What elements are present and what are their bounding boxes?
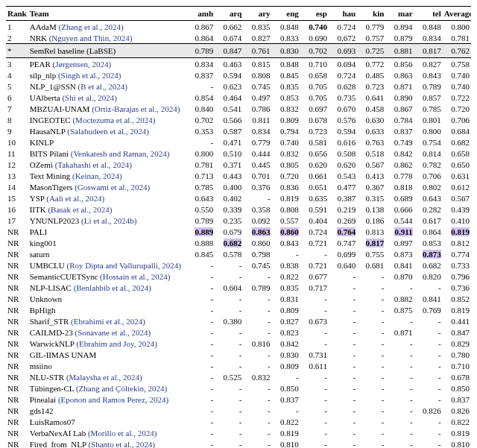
cell-value: 0.682 — [443, 136, 471, 148]
citation-link[interactable]: (Venkatesh and Raman, 2024) — [71, 149, 170, 158]
cell-value: 0.871 — [385, 326, 414, 338]
cell-value: - — [329, 304, 357, 315]
cell-value: - — [243, 271, 271, 282]
citation-link[interactable]: (Aali et al., 2024) — [46, 194, 104, 203]
cell-team: SemanticCUETSync (Hossain et al., 2024) — [28, 271, 186, 282]
citation-link[interactable]: (Singh et al., 2024) — [58, 71, 121, 80]
cell-value: 0.662 — [215, 21, 243, 33]
cell-team: PALI — [28, 226, 186, 237]
cell-value: 0.763 — [357, 136, 385, 148]
cell-value: - — [186, 136, 215, 148]
cell-value: 0.848 — [272, 21, 300, 33]
cell-rank: NR — [6, 427, 28, 438]
cell-value: 0.186 — [357, 215, 385, 226]
cell-value: 0.444 — [243, 148, 271, 159]
table-row: NRPinealai (Eponon and Ramos Perez, 2024… — [6, 394, 471, 405]
cell-value: 0.894 — [385, 21, 414, 33]
citation-link[interactable]: (Morillo et al., 2024) — [88, 429, 157, 438]
cell-value: - — [385, 282, 414, 293]
cell-value: 0.852 — [443, 293, 471, 304]
citation-link[interactable]: (Basak et al., 2024) — [48, 205, 112, 214]
cell-team: Sharif_STR (Ebrahimi et al., 2024) — [28, 315, 186, 326]
cell-value: 0.658 — [300, 69, 329, 81]
citation-link[interactable]: (Goswami et al., 2024) — [75, 183, 150, 192]
cell-value: 0.723 — [300, 125, 329, 136]
cell-value: 0.628 — [329, 81, 357, 92]
citation-link[interactable]: (Malaysha et al., 2024) — [66, 373, 142, 382]
cell-value: 0.831 — [272, 293, 300, 304]
cell-value: 0.814 — [414, 148, 443, 159]
col-arq: arq — [215, 7, 243, 21]
cell-value: 0.789 — [186, 44, 215, 58]
cell-value: - — [357, 315, 385, 326]
citation-link[interactable]: (Shanto et al., 2024) — [88, 440, 155, 449]
citation-link[interactable]: (Shi et al., 2024) — [62, 93, 117, 102]
col-amh: amh — [186, 7, 215, 21]
citation-link[interactable]: (Zhang and Çöltekin, 2024) — [76, 384, 167, 393]
cell-value: - — [357, 304, 385, 315]
cell-value: 0.888 — [186, 237, 215, 248]
cell-value: 0.282 — [414, 204, 443, 215]
cell-value: - — [329, 438, 357, 448]
citation-link[interactable]: (Jørgensen, 2024) — [53, 60, 112, 69]
citation-link[interactable]: (Roy Dipta and Vallurupalli, 2024) — [67, 261, 181, 270]
cell-value: 0.591 — [300, 204, 329, 215]
citation-link[interactable]: (Eponon and Ramos Perez, 2024) — [58, 395, 168, 404]
cell-value: - — [186, 416, 215, 427]
cell-value: 0.410 — [443, 215, 471, 226]
cell-value: - — [329, 382, 357, 394]
citation-link[interactable]: (Ebrahimi et al., 2024) — [71, 317, 145, 326]
cell-value: 0.762 — [443, 44, 471, 58]
cell-rank: 3 — [6, 58, 28, 70]
citation-link[interactable]: (Nguyen and Thin, 2024) — [49, 34, 133, 42]
citation-link[interactable]: (Ortiz-Barajas et al., 2024) — [92, 104, 180, 113]
cell-value: 0.813 — [357, 226, 385, 237]
citation-link[interactable]: (Takahashi et al., 2024) — [55, 160, 132, 169]
cell-rank: 7 — [6, 103, 28, 114]
cell-team: MBZUAI-UNAM (Ortiz-Barajas et al., 2024) — [28, 103, 186, 114]
cell-value: - — [215, 394, 243, 405]
cell-value: 0.402 — [215, 192, 243, 204]
citation-link[interactable]: (Ebrahim and Joy, 2024) — [76, 339, 157, 348]
cell-team: INGEOTEC (Moctezuma et al., 2024) — [28, 114, 186, 125]
cell-value: 0.721 — [300, 259, 329, 271]
cell-rank: 8 — [6, 114, 28, 125]
cell-value: - — [243, 192, 271, 204]
cell-rank: 2 — [6, 32, 28, 44]
cell-value: 0.890 — [385, 92, 414, 103]
citation-link[interactable]: (B et al., 2024) — [78, 82, 127, 91]
citation-link[interactable]: (Sonavane et al., 2024) — [75, 328, 151, 337]
citation-link[interactable]: (Li et al., 2024b) — [81, 216, 136, 225]
cell-value: - — [385, 405, 414, 416]
cell-rank: NR — [6, 382, 28, 394]
citation-link[interactable]: (Keinan, 2024) — [72, 171, 122, 180]
table-row: 6UAlberta (Shi et al., 2024)0.8540.4640.… — [6, 92, 471, 103]
cell-value: 0.808 — [272, 204, 300, 215]
cell-rank: NR — [6, 259, 28, 271]
cell-value: 0.701 — [243, 170, 271, 181]
cell-value: - — [272, 248, 300, 259]
cell-value: - — [300, 338, 329, 349]
cell-value: 0.651 — [300, 181, 329, 192]
citation-link[interactable]: (Benlahbib et al., 2024) — [74, 283, 151, 292]
cell-rank: NR — [6, 248, 28, 259]
citation-link[interactable]: (Moctezuma et al., 2024) — [72, 116, 155, 124]
cell-team: UAlberta (Shi et al., 2024) — [28, 92, 186, 103]
table-row: 4silp_nlp (Singh et al., 2024)0.8370.594… — [6, 69, 471, 81]
cell-value: 0.822 — [272, 271, 300, 282]
cell-value: 0.749 — [385, 136, 414, 148]
cell-value: - — [186, 371, 215, 382]
cell-value: 0.315 — [357, 192, 385, 204]
citation-link[interactable]: (Salahudeen et al., 2024) — [67, 127, 149, 136]
cell-team: VerbaNexAI Lab (Morillo et al., 2024) — [28, 427, 186, 438]
cell-rank: NR — [6, 326, 28, 338]
citation-link[interactable]: (Zhang et al., 2024) — [59, 22, 124, 31]
cell-value: 0.822 — [443, 416, 471, 427]
cell-value: 0.705 — [300, 92, 329, 103]
cell-value: - — [329, 326, 357, 338]
cell-team: GIL-IIMAS UNAM — [28, 349, 186, 360]
citation-link[interactable]: (Hossain et al., 2024) — [100, 272, 170, 281]
cell-value: 0.745 — [243, 81, 271, 92]
cell-value: 0.724 — [300, 226, 329, 237]
cell-value: 0.477 — [329, 181, 357, 192]
